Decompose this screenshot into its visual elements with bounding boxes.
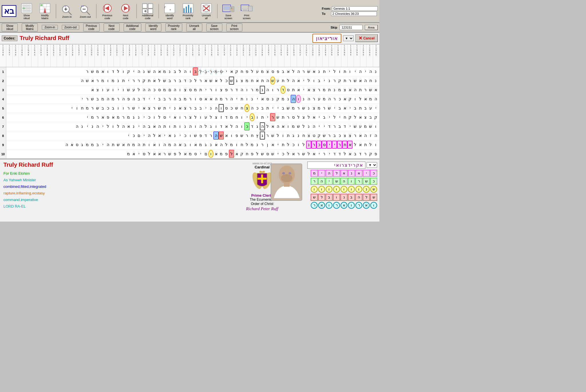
text-char[interactable]: ה xyxy=(306,95,311,103)
text-char[interactable]: ו xyxy=(198,113,203,121)
text-char[interactable]: א xyxy=(203,77,208,85)
text-char[interactable]: א xyxy=(157,150,162,158)
text-char[interactable]: ד xyxy=(327,122,332,130)
text-char[interactable]: ל xyxy=(265,122,270,130)
text-char[interactable]: ב xyxy=(332,132,337,140)
text-char[interactable]: ו xyxy=(121,86,126,94)
text-char[interactable]: נ xyxy=(136,113,141,121)
text-char[interactable]: ו xyxy=(280,132,286,140)
text-char[interactable]: י xyxy=(332,141,337,149)
text-char[interactable]: ו xyxy=(167,122,172,130)
text-char[interactable]: א xyxy=(358,141,363,149)
modify-matrix-button[interactable]: Modify Matrix xyxy=(37,1,53,21)
text-char[interactable]: ה xyxy=(296,67,301,75)
text-char[interactable]: ש xyxy=(296,122,301,130)
text-char[interactable]: י xyxy=(301,86,306,94)
text-char[interactable]: י xyxy=(203,104,208,112)
text-char[interactable]: ק xyxy=(373,113,378,121)
text-char[interactable]: צ xyxy=(183,86,188,94)
text-char[interactable]: ת xyxy=(110,141,116,149)
text-char[interactable]: ש xyxy=(208,77,213,85)
text-char[interactable]: ה xyxy=(373,132,378,140)
text-char[interactable]: ט xyxy=(311,132,316,140)
text-char[interactable]: ר xyxy=(126,104,131,112)
proximity-btn2[interactable]: Proximity rank xyxy=(165,23,182,31)
text-char[interactable]: ו xyxy=(270,86,275,94)
text-char[interactable]: ש xyxy=(301,150,306,158)
text-char[interactable]: א xyxy=(358,77,363,85)
text-char[interactable]: ה xyxy=(260,122,265,130)
text-char[interactable]: א xyxy=(213,77,219,85)
text-char[interactable]: ת xyxy=(198,86,203,94)
text-char[interactable]: ל xyxy=(255,150,260,158)
text-char[interactable]: ע xyxy=(255,67,260,75)
text-char[interactable]: ש xyxy=(327,104,332,112)
text-char[interactable]: ה xyxy=(265,86,270,94)
text-char[interactable]: ש xyxy=(270,150,275,158)
text-char[interactable]: א xyxy=(342,104,347,112)
text-char[interactable]: ר xyxy=(260,141,265,149)
text-char[interactable]: א xyxy=(296,86,301,94)
text-char[interactable]: נ xyxy=(306,104,311,112)
text-char[interactable]: א xyxy=(110,113,116,121)
text-char[interactable]: א xyxy=(157,132,162,140)
text-char[interactable]: מ xyxy=(167,141,172,149)
text-char[interactable]: ע xyxy=(358,122,363,130)
text-char[interactable]: ש xyxy=(353,77,358,85)
text-char[interactable]: ת xyxy=(322,67,327,75)
text-char[interactable]: ו xyxy=(244,86,250,94)
text-char[interactable]: ש xyxy=(116,141,121,149)
text-char[interactable]: ב xyxy=(172,67,177,75)
text-char[interactable]: ל xyxy=(177,67,183,75)
text-char[interactable]: ב xyxy=(368,113,373,121)
save-screen-button[interactable]: Save screen xyxy=(220,1,236,21)
text-char[interactable]: צ xyxy=(219,86,224,94)
text-char[interactable]: פ xyxy=(250,150,255,158)
text-char[interactable]: ר xyxy=(136,77,141,85)
text-char[interactable]: ב xyxy=(353,104,358,112)
text-char[interactable]: ו xyxy=(177,86,183,94)
text-char[interactable]: ר xyxy=(286,113,291,121)
text-char[interactable]: י xyxy=(152,95,157,103)
text-char[interactable]: ר xyxy=(208,69,213,74)
text-char[interactable]: ה xyxy=(311,122,316,130)
text-char[interactable]: צ xyxy=(265,67,270,75)
text-char[interactable]: נ xyxy=(183,122,188,130)
text-char[interactable]: פ xyxy=(126,95,131,103)
text-char[interactable]: ל xyxy=(286,150,291,158)
text-char[interactable]: ק xyxy=(347,113,353,121)
text-char[interactable]: ב xyxy=(183,141,188,149)
text-char[interactable]: א xyxy=(260,95,265,103)
text-char[interactable]: י xyxy=(126,77,131,85)
text-char[interactable]: נ xyxy=(255,141,260,149)
text-char[interactable]: א xyxy=(213,150,219,158)
text-char[interactable]: ר xyxy=(332,95,337,103)
text-char[interactable]: ת xyxy=(260,77,265,85)
text-char[interactable]: ה xyxy=(121,122,126,130)
text-char[interactable]: פ xyxy=(198,132,203,140)
text-char[interactable]: כ xyxy=(183,132,188,140)
text-char[interactable]: ב xyxy=(363,104,368,112)
text-char[interactable]: ס xyxy=(219,69,224,74)
text-char[interactable]: י xyxy=(234,95,239,103)
text-char[interactable]: ה xyxy=(213,95,219,103)
text-char[interactable]: ה xyxy=(152,67,157,75)
text-char[interactable]: ש xyxy=(306,67,311,75)
text-char[interactable]: ל xyxy=(301,122,306,130)
text-char[interactable]: צ xyxy=(183,104,188,112)
text-char[interactable]: ח xyxy=(239,141,244,149)
text-char[interactable]: ח xyxy=(239,67,244,75)
text-char[interactable]: ה xyxy=(162,141,167,149)
text-char[interactable]: ק xyxy=(347,95,353,103)
text-char[interactable]: כ xyxy=(255,104,260,112)
text-char[interactable]: ק xyxy=(234,67,239,75)
text-char[interactable]: ה xyxy=(275,122,280,130)
text-char[interactable]: א xyxy=(208,95,213,103)
text-char[interactable]: ה xyxy=(198,122,203,130)
text-char[interactable]: י xyxy=(327,113,332,121)
text-char[interactable]: ו xyxy=(121,67,126,75)
text-char[interactable]: ה xyxy=(172,86,177,94)
text-char[interactable]: צ xyxy=(311,104,316,112)
text-char[interactable]: מ xyxy=(260,67,265,75)
text-char[interactable]: י xyxy=(327,141,332,149)
